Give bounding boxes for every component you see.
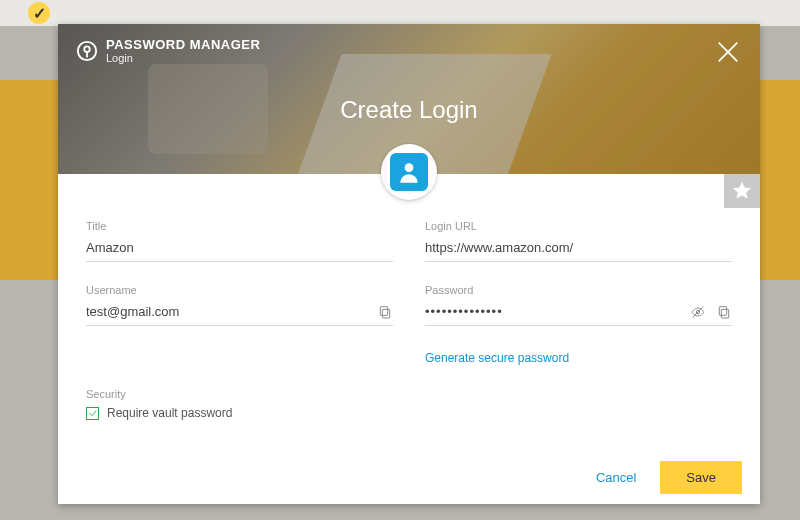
svg-rect-5 [382,309,389,318]
product-logo-icon [76,40,98,62]
generate-password-link[interactable]: Generate secure password [425,351,569,365]
save-button[interactable]: Save [660,461,742,494]
avatar-tile [390,153,428,191]
person-icon [396,159,422,185]
input-title[interactable] [86,236,393,262]
label-login-url: Login URL [425,220,732,232]
eye-off-icon [690,304,706,320]
close-button[interactable] [714,38,742,66]
avatar-circle[interactable] [381,144,437,200]
field-username: Username [86,284,393,326]
brand-name: PASSWORD MANAGER [106,38,260,52]
close-icon [714,38,742,66]
star-icon [731,180,753,202]
svg-rect-10 [719,307,726,316]
require-vault-password-checkbox[interactable] [86,407,99,420]
norton-logo-icon: ✓ [28,2,50,24]
copy-username-button[interactable] [377,304,393,320]
copy-password-button[interactable] [716,304,732,320]
security-section: Security Require vault password [86,388,732,420]
svg-rect-6 [380,307,387,316]
brand-block: PASSWORD MANAGER Login [76,38,260,64]
field-login-url: Login URL [425,220,732,262]
field-password: Password [425,284,732,326]
brand-section: Login [106,52,260,64]
svg-rect-9 [721,309,728,318]
label-username: Username [86,284,393,296]
create-login-modal: PASSWORD MANAGER Login Create Login Titl… [58,24,760,504]
check-icon [88,408,98,418]
label-security: Security [86,388,732,400]
input-username[interactable] [86,300,393,326]
require-vault-password-label: Require vault password [107,406,232,420]
input-login-url[interactable] [425,236,732,262]
modal-title: Create Login [58,96,760,124]
favorite-toggle[interactable] [724,174,760,208]
field-title: Title [86,220,393,262]
input-password[interactable] [425,300,732,326]
browser-topbar: ✓ [0,0,800,26]
copy-icon [716,304,732,320]
cancel-button[interactable]: Cancel [590,462,642,493]
copy-icon [377,304,393,320]
label-password: Password [425,284,732,296]
toggle-password-visibility[interactable] [690,304,706,320]
svg-point-1 [84,47,90,53]
svg-point-4 [405,163,414,172]
modal-footer: Cancel Save [590,461,742,494]
form-body: Title Login URL Username Password [58,174,760,504]
label-title: Title [86,220,393,232]
